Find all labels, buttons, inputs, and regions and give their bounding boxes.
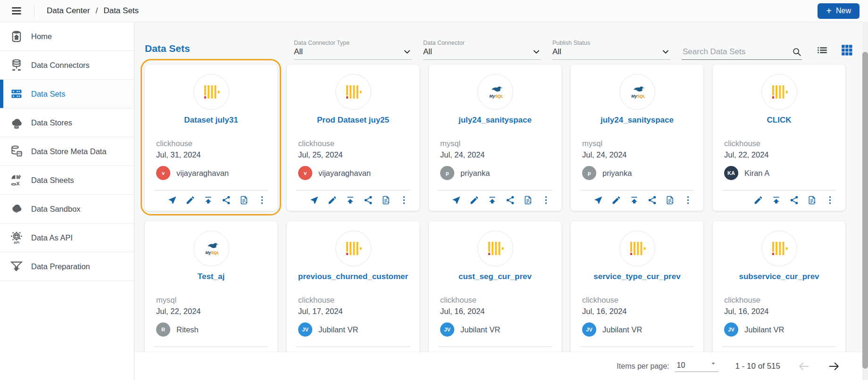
more-menu-icon[interactable] bbox=[541, 195, 551, 205]
share-icon[interactable] bbox=[647, 195, 657, 205]
breadcrumb-data-center[interactable]: Data Center bbox=[47, 6, 90, 16]
sidebar-item-data-sheets[interactable]: x Data Sheets bbox=[0, 166, 134, 195]
filter-selected-value: All bbox=[552, 47, 561, 57]
sidebar-item-data-stores[interactable]: Data Stores bbox=[0, 108, 134, 137]
connector-type-text: clickhouse bbox=[721, 296, 837, 305]
sidebar: Home Data Connectors Data Sets Data Stor… bbox=[0, 22, 134, 380]
previous-page-icon[interactable] bbox=[797, 360, 810, 373]
card-actions bbox=[722, 190, 836, 211]
dataset-name-link[interactable]: CLICK bbox=[721, 116, 837, 125]
dataset-name-link[interactable]: Prod Dataset juy25 bbox=[295, 116, 411, 125]
owner-avatar: v bbox=[298, 166, 312, 180]
dropdown-caret-icon bbox=[710, 364, 717, 367]
data-connector-filter[interactable]: Data Connector All bbox=[423, 40, 541, 60]
next-page-icon[interactable] bbox=[827, 360, 841, 373]
edit-icon[interactable] bbox=[611, 195, 621, 205]
owner-row: JV Jubilant VR bbox=[579, 322, 695, 337]
sidebar-item-data-preparation[interactable]: Data Preparation bbox=[0, 252, 134, 281]
owner-row: R Ritesh bbox=[153, 322, 269, 337]
dataset-name-link[interactable]: previous_churned_customer bbox=[295, 272, 411, 281]
share-icon[interactable] bbox=[221, 195, 231, 205]
list-view-icon[interactable] bbox=[816, 44, 828, 56]
share-icon[interactable] bbox=[505, 195, 515, 205]
connector-type-text: clickhouse bbox=[295, 139, 411, 148]
data-as-api-icon: API bbox=[9, 231, 24, 245]
data-store-meta-data-icon: </> bbox=[9, 144, 24, 158]
send-icon[interactable] bbox=[309, 195, 319, 205]
items-per-page-select[interactable]: 10 bbox=[675, 361, 718, 372]
dataset-name-link[interactable]: service_type_cur_prev bbox=[579, 272, 695, 281]
main-header: Data Sets Data Connector Type All Data C… bbox=[134, 22, 868, 60]
share-icon[interactable] bbox=[363, 195, 373, 205]
edit-icon[interactable] bbox=[753, 195, 763, 205]
copy-with-filter-icon[interactable] bbox=[523, 195, 533, 205]
edit-icon[interactable] bbox=[469, 195, 479, 205]
more-menu-icon[interactable] bbox=[825, 195, 835, 205]
sidebar-item-data-as-api[interactable]: API Data As API bbox=[0, 223, 134, 252]
clickhouse-logo-icon bbox=[335, 231, 371, 266]
publish-icon[interactable] bbox=[629, 195, 639, 205]
dataset-name-link[interactable]: subservice_cur_prev bbox=[721, 272, 837, 281]
dataset-card: service_type_cur_prev clickhouse Jul, 16… bbox=[571, 221, 703, 367]
dataset-date: Jul, 22, 2024 bbox=[721, 150, 837, 159]
sidebar-item-home[interactable]: Home bbox=[0, 22, 134, 51]
copy-with-filter-icon[interactable] bbox=[381, 195, 391, 205]
more-menu-icon[interactable] bbox=[683, 195, 693, 205]
publish-icon[interactable] bbox=[487, 195, 497, 205]
sidebar-item-label: Data Stores bbox=[31, 118, 72, 127]
sidebar-item-data-store-meta-data[interactable]: </> Data Store Meta Data bbox=[0, 137, 134, 166]
copy-with-filter-icon[interactable] bbox=[239, 195, 249, 205]
svg-text:</>: </> bbox=[18, 152, 22, 155]
copy-with-filter-icon[interactable] bbox=[665, 195, 675, 205]
dataset-name-link[interactable]: july24_sanityspace bbox=[437, 116, 553, 125]
publish-status-filter[interactable]: Publish Status All bbox=[552, 40, 670, 60]
svg-text:MySQL: MySQL bbox=[631, 93, 645, 98]
scrollbar-thumb[interactable] bbox=[862, 52, 868, 369]
send-icon[interactable] bbox=[451, 195, 461, 205]
owner-avatar: JV bbox=[298, 322, 312, 337]
publish-icon[interactable] bbox=[771, 195, 781, 205]
sidebar-item-data-sets[interactable]: Data Sets bbox=[0, 80, 134, 108]
scrollbar-track[interactable] bbox=[862, 22, 868, 380]
dataset-card: subservice_cur_prev clickhouse Jul, 16, … bbox=[713, 221, 845, 367]
owner-name: vijayaraghavan bbox=[318, 169, 371, 178]
copy-with-filter-icon[interactable] bbox=[807, 195, 817, 205]
sidebar-item-data-connectors[interactable]: Data Connectors bbox=[0, 51, 134, 80]
new-button[interactable]: + New bbox=[818, 3, 860, 19]
hamburger-menu-icon[interactable] bbox=[8, 3, 25, 19]
dataset-date: Jul, 16, 2024 bbox=[579, 307, 695, 316]
card-actions bbox=[438, 190, 552, 211]
sidebar-item-data-sandbox[interactable]: Data Sandbox bbox=[0, 195, 134, 223]
connector-type-text: clickhouse bbox=[437, 296, 553, 305]
sidebar-item-label: Data As API bbox=[31, 233, 73, 242]
send-icon[interactable] bbox=[167, 195, 177, 205]
owner-avatar: JV bbox=[440, 322, 454, 337]
more-menu-icon[interactable] bbox=[399, 195, 409, 205]
svg-text:API: API bbox=[14, 240, 19, 244]
connector-type-text: clickhouse bbox=[721, 139, 837, 148]
svg-text:MySQL: MySQL bbox=[205, 250, 219, 255]
search-icon[interactable] bbox=[792, 47, 802, 57]
publish-icon[interactable] bbox=[203, 195, 213, 205]
topbar-divider bbox=[34, 5, 34, 17]
dataset-name-link[interactable]: Dataset july31 bbox=[153, 116, 269, 125]
app-window: Data Center / Data Sets + New Home Data … bbox=[0, 0, 868, 380]
owner-row: p priyanka bbox=[437, 166, 553, 180]
dataset-name-link[interactable]: cust_seg_cur_prev bbox=[437, 272, 553, 281]
connector-type-text: clickhouse bbox=[153, 139, 269, 148]
send-icon[interactable] bbox=[593, 195, 603, 205]
publish-icon[interactable] bbox=[345, 195, 355, 205]
search-input[interactable] bbox=[682, 47, 788, 57]
edit-icon[interactable] bbox=[185, 195, 195, 205]
grid-view-icon[interactable] bbox=[841, 44, 853, 56]
data-connector-type-filter[interactable]: Data Connector Type All bbox=[294, 40, 412, 60]
owner-row: v vijayaraghavan bbox=[295, 166, 411, 180]
dataset-name-link[interactable]: july24_sanityspace bbox=[579, 116, 695, 125]
more-menu-icon[interactable] bbox=[257, 195, 267, 205]
dataset-card: cust_seg_cur_prev clickhouse Jul, 16, 20… bbox=[429, 221, 561, 367]
data-sets-icon bbox=[9, 87, 24, 101]
share-icon[interactable] bbox=[789, 195, 799, 205]
breadcrumb-data-sets[interactable]: Data Sets bbox=[103, 6, 139, 16]
dataset-name-link[interactable]: Test_aj bbox=[153, 272, 269, 281]
edit-icon[interactable] bbox=[327, 195, 337, 205]
